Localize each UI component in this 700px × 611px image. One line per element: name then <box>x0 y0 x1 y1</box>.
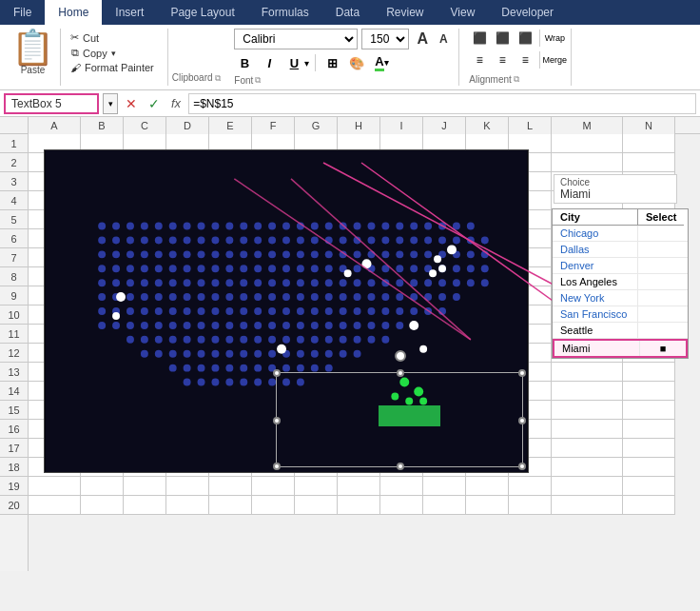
tab-page-layout[interactable]: Page Layout <box>157 0 247 25</box>
col-header-M[interactable]: M <box>552 117 623 134</box>
city-row-miami[interactable]: Miami ■ <box>553 339 688 358</box>
italic-button[interactable]: I <box>259 52 280 73</box>
col-header-H[interactable]: H <box>338 117 380 134</box>
row-num-20[interactable]: 20 <box>0 496 28 515</box>
row-num-9[interactable]: 9 <box>0 286 28 306</box>
row-num-19[interactable]: 19 <box>0 477 28 496</box>
cell-N14[interactable] <box>623 382 675 401</box>
cell-J20[interactable] <box>423 496 466 515</box>
city-select-miami[interactable]: ■ <box>640 341 686 356</box>
cell-L19[interactable] <box>509 477 552 496</box>
cell-K20[interactable] <box>466 496 509 515</box>
cell-C19[interactable] <box>124 477 166 496</box>
font-size-select[interactable]: 150 <box>361 29 409 49</box>
cell-C20[interactable] <box>124 496 166 515</box>
cell-N2[interactable] <box>623 153 675 172</box>
city-select-newyork[interactable] <box>638 290 684 306</box>
tab-home[interactable]: Home <box>45 0 102 25</box>
row-num-4[interactable]: 4 <box>0 191 28 210</box>
cell-N17[interactable] <box>623 439 675 458</box>
cut-button[interactable]: ✂ Cut <box>68 30 156 45</box>
tab-file[interactable]: File <box>0 0 45 25</box>
merge-button[interactable]: Merge <box>544 50 565 69</box>
cell-M16[interactable] <box>552 420 623 439</box>
city-select-chicago[interactable] <box>638 226 684 241</box>
align-middle-button[interactable]: ⬛ <box>492 29 513 48</box>
col-header-N[interactable]: N <box>623 117 675 134</box>
underline-button[interactable]: U <box>283 52 304 73</box>
cell-H19[interactable] <box>338 477 380 496</box>
cell-N13[interactable] <box>623 363 675 382</box>
col-header-G[interactable]: G <box>295 117 338 134</box>
col-header-C[interactable]: C <box>124 117 166 134</box>
tab-view[interactable]: View <box>438 0 489 25</box>
align-top-button[interactable]: ⬛ <box>469 29 490 48</box>
city-row-dallas[interactable]: Dallas <box>553 242 688 258</box>
align-center-button[interactable]: ≡ <box>492 50 513 69</box>
name-box[interactable] <box>4 93 99 114</box>
cell-M1[interactable] <box>552 134 623 153</box>
city-select-sanfrancisco[interactable] <box>638 306 684 322</box>
col-header-I[interactable]: I <box>380 117 423 134</box>
city-row-sanfrancisco[interactable]: San Francisco <box>553 306 688 323</box>
tab-insert[interactable]: Insert <box>102 0 157 25</box>
tab-formulas[interactable]: Formulas <box>248 0 322 25</box>
cell-N18[interactable] <box>623 458 675 477</box>
row-num-3[interactable]: 3 <box>0 172 28 191</box>
cell-D20[interactable] <box>166 496 209 515</box>
row-num-12[interactable]: 12 <box>0 344 28 363</box>
cell-I19[interactable] <box>380 477 423 496</box>
row-num-1[interactable]: 1 <box>0 134 28 153</box>
city-row-denver[interactable]: Denver <box>553 258 688 274</box>
city-row-newyork[interactable]: New York <box>553 290 688 306</box>
tab-developer[interactable]: Developer <box>488 0 567 25</box>
cell-E19[interactable] <box>209 477 252 496</box>
col-header-E[interactable]: E <box>209 117 252 134</box>
cell-K19[interactable] <box>466 477 509 496</box>
cell-M20[interactable] <box>552 496 623 515</box>
cell-N15[interactable] <box>623 401 675 420</box>
row-num-15[interactable]: 15 <box>0 401 28 420</box>
cell-H20[interactable] <box>338 496 380 515</box>
city-select-denver[interactable] <box>638 258 684 273</box>
cell-N19[interactable] <box>623 477 675 496</box>
cancel-formula-button[interactable]: ✕ <box>122 94 141 113</box>
col-header-A[interactable]: A <box>29 117 81 134</box>
align-bottom-button[interactable]: ⬛ <box>515 29 535 48</box>
cell-M14[interactable] <box>552 382 623 401</box>
cell-F19[interactable] <box>252 477 295 496</box>
row-num-18[interactable]: 18 <box>0 458 28 477</box>
cell-M17[interactable] <box>552 439 623 458</box>
format-painter-button[interactable]: 🖌 Format Painter <box>68 61 156 74</box>
font-color-button[interactable]: A ▾ <box>371 52 392 73</box>
confirm-formula-button[interactable]: ✓ <box>145 94 164 113</box>
city-row-seattle[interactable]: Seattle <box>553 323 688 339</box>
row-num-8[interactable]: 8 <box>0 267 28 286</box>
wrap-text-button[interactable]: Wrap <box>544 29 565 48</box>
cell-I20[interactable] <box>380 496 423 515</box>
row-num-6[interactable]: 6 <box>0 229 28 248</box>
copy-button[interactable]: ⧉ Copy ▾ <box>68 45 156 61</box>
row-num-5[interactable]: 5 <box>0 210 28 229</box>
cell-M2[interactable] <box>552 153 623 172</box>
font-color-dropdown[interactable]: ▾ <box>384 58 389 68</box>
cell-N20[interactable] <box>623 496 675 515</box>
city-select-seattle[interactable] <box>638 323 684 338</box>
underline-dropdown[interactable]: ▾ <box>304 58 309 69</box>
font-shrink-button[interactable]: A <box>434 30 453 49</box>
city-select-dallas[interactable] <box>638 242 684 257</box>
copy-dropdown-icon[interactable]: ▾ <box>111 49 116 58</box>
paste-button[interactable]: 📋 Paste <box>6 29 61 86</box>
row-num-11[interactable]: 11 <box>0 325 28 344</box>
col-header-D[interactable]: D <box>166 117 209 134</box>
city-select-losangeles[interactable] <box>638 274 684 289</box>
align-expand-icon[interactable]: ⧉ <box>514 74 519 85</box>
cell-L20[interactable] <box>509 496 552 515</box>
cell-B19[interactable] <box>81 477 124 496</box>
cell-N1[interactable] <box>623 134 675 153</box>
col-header-L[interactable]: L <box>509 117 552 134</box>
cell-A20[interactable] <box>29 496 81 515</box>
border-button[interactable]: ⊞ <box>321 52 342 73</box>
bold-button[interactable]: B <box>234 52 255 73</box>
city-row-losangeles[interactable]: Los Angeles <box>553 274 688 290</box>
